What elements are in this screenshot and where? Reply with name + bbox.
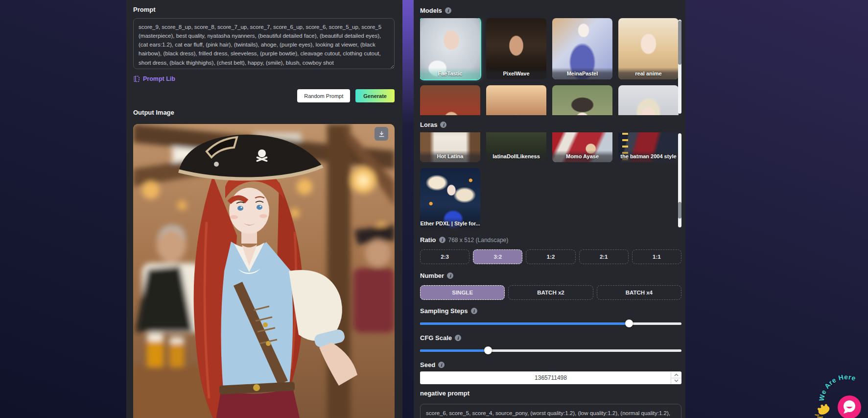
slider-thumb[interactable] <box>625 320 633 327</box>
models-label: Models <box>420 7 442 14</box>
ratio-label: Ratio <box>420 236 436 244</box>
model-tile-cropped-4[interactable] <box>618 85 679 115</box>
number-info-icon[interactable]: i <box>447 272 453 279</box>
negative-prompt-input[interactable]: score_6, score_5, score_4, source_pony, … <box>420 404 681 418</box>
lora-tile-label: Momo Ayase <box>552 150 612 162</box>
number-option-batch-x4[interactable]: BATCH x4 <box>597 285 681 300</box>
model-tile-label: FaeTastic <box>420 68 480 79</box>
ratio-option-1-1[interactable]: 1:1 <box>632 249 681 264</box>
sampling-steps-info-icon[interactable]: i <box>471 308 477 314</box>
seed-section-title: Seed i <box>420 361 681 369</box>
negative-prompt-section-title: negative prompt <box>420 390 681 397</box>
slider-thumb[interactable] <box>484 346 492 354</box>
lora-tile-batman-2004-style[interactable]: the batman 2004 style <box>618 132 679 162</box>
seed-spinner <box>671 372 681 384</box>
loras-grid: Hot Latina latinaDollLikeness Momo Ayase… <box>420 132 681 228</box>
sampling-steps-section-title: Sampling Steps i <box>420 307 681 315</box>
loras-scrollbar-thumb[interactable] <box>678 202 681 219</box>
seed-decrement-button[interactable] <box>671 378 681 384</box>
ratio-option-1-2[interactable]: 1:2 <box>526 249 575 264</box>
chat-button[interactable] <box>838 395 861 418</box>
ratio-current-value: 768 x 512 (Landscape) <box>448 237 509 244</box>
number-option-single[interactable]: SINGLE <box>420 285 505 300</box>
model-tile-faetastic[interactable]: FaeTastic <box>420 18 480 79</box>
negative-prompt-label: negative prompt <box>420 390 469 397</box>
app-background: Prompt score_9, score_8_up, score_8, sco… <box>0 0 868 418</box>
right-panel: Models i FaeTastic PixelWave MeinaPastel… <box>414 0 685 418</box>
cfg-scale-label: CFG Scale <box>420 334 452 342</box>
cfg-scale-slider[interactable] <box>420 346 681 354</box>
loras-section-title: Loras i <box>420 121 681 128</box>
lora-tile-label: latinaDollLikeness <box>486 150 546 162</box>
prompt-section-title: Prompt <box>133 6 395 13</box>
number-options: SINGLE BATCH x2 BATCH x4 <box>420 285 681 300</box>
model-tile-cropped-1[interactable] <box>420 85 480 115</box>
ratio-option-2-3[interactable]: 2:3 <box>420 249 469 264</box>
cfg-scale-info-icon[interactable]: i <box>455 335 461 341</box>
chevron-down-icon <box>674 379 679 382</box>
models-scrollbar-thumb[interactable] <box>678 21 681 65</box>
model-tile-cropped-2[interactable] <box>486 85 546 115</box>
model-tile-label: MeinaPastel <box>552 68 612 79</box>
number-option-batch-x2[interactable]: BATCH x2 <box>508 285 593 300</box>
model-tile-label: real anime <box>618 68 679 79</box>
ratio-info-icon[interactable]: i <box>439 237 446 243</box>
chat-widget[interactable]: We Are Here <box>811 366 868 418</box>
lora-tile-label: the batman 2004 style <box>618 150 679 162</box>
number-label: Number <box>420 272 444 279</box>
model-tile-meinapastel[interactable]: MeinaPastel <box>552 18 612 79</box>
prompt-label: Prompt <box>133 6 156 13</box>
seed-field-wrap <box>420 371 681 384</box>
download-image-button[interactable] <box>375 127 388 141</box>
chevron-up-icon <box>674 373 679 376</box>
download-icon <box>378 130 385 138</box>
models-section-title: Models i <box>420 7 681 14</box>
seed-increment-button[interactable] <box>671 372 681 378</box>
generated-image-pirate-girl <box>133 124 395 418</box>
prompt-lib-link[interactable]: Prompt Lib <box>133 75 175 82</box>
waving-hand-icon <box>813 402 832 418</box>
prompt-input[interactable]: score_9, score_8_up, score_8, score_7_up… <box>133 18 395 69</box>
book-icon <box>133 75 140 82</box>
ratio-section-title: Ratio i 768 x 512 (Landscape) <box>420 236 681 244</box>
loras-label: Loras <box>420 121 437 128</box>
model-tile-pixelwave[interactable]: PixelWave <box>486 18 546 79</box>
lora-tile-label: Hot Latina <box>420 150 480 162</box>
loras-info-icon[interactable]: i <box>440 122 446 128</box>
left-panel: Prompt score_9, score_8_up, score_8, sco… <box>126 0 402 418</box>
ratio-options: 2:3 3:2 1:2 2:1 1:1 <box>420 249 681 264</box>
random-prompt-button[interactable]: Random Prompt <box>297 89 350 102</box>
model-tile-cropped-3[interactable] <box>552 85 612 115</box>
seed-input[interactable] <box>420 371 681 384</box>
number-section-title: Number i <box>420 272 681 279</box>
ratio-option-3-2[interactable]: 3:2 <box>473 249 522 264</box>
seed-info-icon[interactable]: i <box>438 362 445 368</box>
lora-tile-ether-pdxl[interactable]: Ether PDXL | Style for... <box>420 168 480 228</box>
models-info-icon[interactable]: i <box>445 7 451 14</box>
lora-tile-hot-latina[interactable]: Hot Latina <box>420 132 480 162</box>
output-image-title: Output Image <box>133 109 395 116</box>
models-scrollbar <box>678 20 681 114</box>
sampling-steps-label: Sampling Steps <box>420 307 468 315</box>
seed-label: Seed <box>420 361 435 369</box>
loras-scrollbar <box>678 133 681 227</box>
lora-tile-label: Ether PDXL | Style for... <box>420 218 480 228</box>
sampling-steps-slider[interactable] <box>420 320 681 327</box>
slider-fill <box>420 349 488 352</box>
prompt-lib-label: Prompt Lib <box>143 75 175 82</box>
models-grid: FaeTastic PixelWave MeinaPastel real ani… <box>420 18 681 115</box>
slider-fill <box>420 322 629 325</box>
ratio-option-2-1[interactable]: 2:1 <box>579 249 629 264</box>
model-tile-real-anime[interactable]: real anime <box>618 18 679 79</box>
cfg-scale-section-title: CFG Scale i <box>420 334 681 342</box>
lora-tile-latinadolllikeness[interactable]: latinaDollLikeness <box>486 132 546 162</box>
model-tile-label: PixelWave <box>486 68 546 79</box>
generate-button[interactable]: Generate <box>355 89 395 102</box>
output-image <box>133 124 395 418</box>
output-image-label: Output Image <box>133 109 174 116</box>
lora-tile-momo-ayase[interactable]: Momo Ayase <box>552 132 612 162</box>
